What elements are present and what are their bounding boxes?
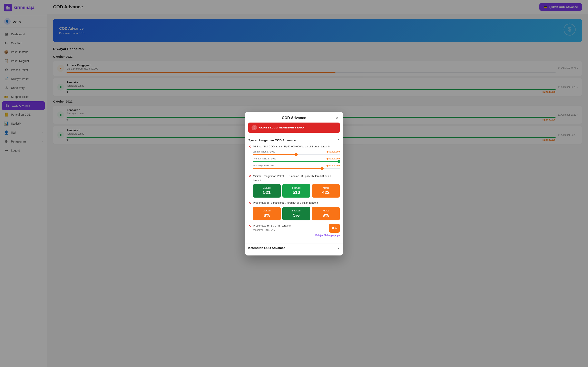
month-box-feb: Februari 510 xyxy=(282,184,310,198)
chevron-down-icon: ∨ xyxy=(337,246,340,250)
syarat-toggle[interactable]: Syarat Pengajuan COD Advamce ∧ xyxy=(248,136,340,145)
ketentuan-title: Ketentuan COD Advamce xyxy=(248,246,285,250)
chevron-up-icon: ∧ xyxy=(337,138,340,142)
progress-row-feb: Februari Rp52.631.000 Rp50.000.000 xyxy=(253,157,340,162)
rts30-badge: 8% xyxy=(329,224,340,233)
month-boxes: Januari 521 Februari 510 Maret 422 xyxy=(253,184,340,198)
alert-text: AKUN BELUM MEMENUHI SYARAT xyxy=(259,126,306,129)
syarat-section: Syarat Pengajuan COD Advamce ∧ ✕ Minimal… xyxy=(245,136,343,243)
alert-icon: ! xyxy=(251,125,257,130)
progress-dot xyxy=(321,167,324,170)
req-sub: Maksimal RTS 7%. xyxy=(253,228,327,232)
requirement-1: ✕ Minimal Nilai COD adalah Rp50.000.000/… xyxy=(248,145,340,171)
modal-title: COD Advance xyxy=(282,116,306,120)
x-icon: ✕ xyxy=(248,174,251,178)
learn-more-link[interactable]: Pelajari Selengkapnya xyxy=(253,234,340,237)
req-content: Minimal Nilai COD adalah Rp50.000.000/bu… xyxy=(253,145,340,171)
rts-boxes: Januari 8% Februari 5% Maret 9% xyxy=(253,207,340,220)
requirement-4: ✕ Presentase RTS 30 hari terakhir. Maksi… xyxy=(248,224,340,237)
x-icon: ✕ xyxy=(248,145,251,149)
progress-dot xyxy=(337,160,340,163)
req-text: Presentase RTS 30 hari terakhir. xyxy=(253,224,327,228)
requirement-3: ✕ Presentase RTS maksimal 7%/bulan di 3 … xyxy=(248,201,340,220)
cod-advance-modal: COD Advance ✕ ! AKUN BELUM MEMENUHI SYAR… xyxy=(245,112,343,256)
progress-fill-jan xyxy=(253,154,297,155)
requirement-2: ✕ Minimal Pengiriman Paket COD adalah 50… xyxy=(248,174,340,198)
progress-row-mar: Maret Rp40.631.000 Rp50.000.000 xyxy=(253,164,340,169)
req-content: Presentase RTS maksimal 7%/bulan di 3 bu… xyxy=(253,201,340,220)
progress-labels: Januari Rp25.631.000 Rp50.000.000 xyxy=(253,150,340,153)
progress-track xyxy=(253,167,340,169)
progress-row-jan: Januari Rp25.631.000 Rp50.000.000 xyxy=(253,150,340,155)
x-icon: ✕ xyxy=(248,201,251,205)
rts30-row: Presentase RTS 30 hari terakhir. Maksima… xyxy=(253,224,340,233)
ketentuan-toggle[interactable]: Ketentuan COD Advamce ∨ xyxy=(248,243,340,252)
rts-box-mar: Maret 9% xyxy=(312,207,340,220)
progress-dot xyxy=(295,153,298,156)
req-text: Presentase RTS maksimal 7%/bulan di 3 bu… xyxy=(253,201,340,205)
progress-track xyxy=(253,161,340,162)
ketentuan-section: Ketentuan COD Advamce ∨ xyxy=(245,243,343,256)
req-text: Minimal Pengiriman Paket COD adalah 500 … xyxy=(253,174,340,182)
modal-header: COD Advance ✕ xyxy=(245,112,343,123)
rts30-info: Presentase RTS 30 hari terakhir. Maksima… xyxy=(253,224,327,232)
progress-labels: Maret Rp40.631.000 Rp50.000.000 xyxy=(253,164,340,167)
rts-box-feb: Februari 5% xyxy=(282,207,310,220)
modal-overlay[interactable]: COD Advance ✕ ! AKUN BELUM MEMENUHI SYAR… xyxy=(0,0,588,367)
progress-track xyxy=(253,154,340,155)
modal-alert: ! AKUN BELUM MEMENUHI SYARAT xyxy=(248,123,340,133)
month-box-jan: Januari 521 xyxy=(253,184,281,198)
progress-labels: Februari Rp52.631.000 Rp50.000.000 xyxy=(253,157,340,160)
x-icon: ✕ xyxy=(248,224,251,228)
req-content: Presentase RTS 30 hari terakhir. Maksima… xyxy=(253,224,340,237)
progress-fill-mar xyxy=(253,167,323,169)
req-content: Minimal Pengiriman Paket COD adalah 500 … xyxy=(253,174,340,198)
progress-fill-feb xyxy=(253,161,340,162)
syarat-title: Syarat Pengajuan COD Advamce xyxy=(248,138,296,142)
rts-box-jan: Januari 8% xyxy=(253,207,281,220)
month-box-mar: Maret 422 xyxy=(312,184,340,198)
req-text: Minimal Nilai COD adalah Rp50.000.000/bu… xyxy=(253,145,340,149)
modal-close-button[interactable]: ✕ xyxy=(336,116,339,120)
